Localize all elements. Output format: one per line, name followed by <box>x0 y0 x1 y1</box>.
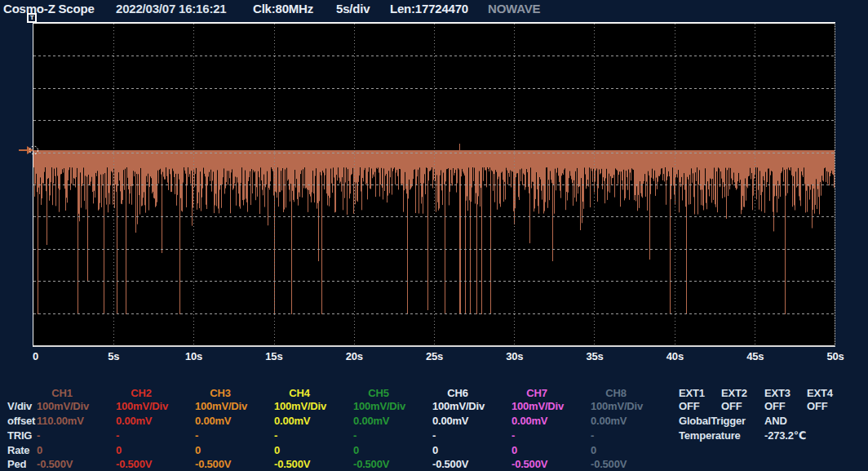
ch6-header[interactable]: CH6 <box>432 387 483 399</box>
ch6-ped-value: -0.500V <box>432 458 468 470</box>
waveform-plot <box>33 22 835 347</box>
ch6-trig-value[interactable]: - <box>432 429 436 442</box>
ch1-header[interactable]: CH1 <box>37 387 87 399</box>
ch8-vdiv-value[interactable]: 100mV/Div <box>591 400 643 412</box>
row-label-trig: TRIG <box>7 429 32 442</box>
ch1-vdiv-value[interactable]: 100mV/Div <box>37 400 89 412</box>
ch3-offset-value[interactable]: 0.00mV <box>195 415 231 427</box>
record-length-label: Len:17724470 <box>390 2 468 16</box>
ch4-vdiv-value[interactable]: 100mV/Div <box>274 400 326 412</box>
ch3-header[interactable]: CH3 <box>195 387 246 399</box>
ch5-ped-value: -0.500V <box>353 458 389 470</box>
x-tick-0: 0 <box>33 350 38 362</box>
ch6-rate-value: 0 <box>432 444 438 456</box>
waveform-canvas[interactable] <box>33 24 835 345</box>
row-label-offset: offset <box>7 415 35 427</box>
ch8-trig-value[interactable]: - <box>591 429 594 442</box>
ext1-state[interactable]: OFF <box>679 400 699 412</box>
ch4-ped-value: -0.500V <box>274 458 310 470</box>
row-label-v-div: V/div <box>7 400 32 412</box>
ch7-ped-value: -0.500V <box>512 458 547 470</box>
ch2-vdiv-value[interactable]: 100mV/Div <box>116 400 168 412</box>
ext1-label: EXT1 <box>679 387 705 399</box>
x-tick-35s: 35s <box>587 350 604 362</box>
ch1-rate-value: 0 <box>37 444 42 456</box>
ch4-header[interactable]: CH4 <box>274 387 325 399</box>
arrow-head-icon <box>27 146 33 154</box>
x-tick-5s: 5s <box>108 350 119 362</box>
ch5-offset-value[interactable]: 0.00mV <box>353 415 389 427</box>
temperature-value: -273.2℃ <box>764 429 806 442</box>
ch6-offset-value[interactable]: 0.00mV <box>432 415 468 427</box>
ch3-trig-value[interactable]: - <box>195 429 198 442</box>
ch7-trig-value[interactable]: - <box>512 429 515 442</box>
ext4-label: EXT4 <box>807 387 833 399</box>
x-tick-30s: 30s <box>506 350 523 362</box>
x-tick-15s: 15s <box>265 350 282 362</box>
ch4-offset-value[interactable]: 0.00mV <box>274 415 310 427</box>
ch6-vdiv-value[interactable]: 100mV/Div <box>432 400 485 412</box>
ch7-header[interactable]: CH7 <box>512 387 562 399</box>
ch4-rate-value: 0 <box>274 444 280 456</box>
ext4-state[interactable]: OFF <box>807 400 827 412</box>
ch3-vdiv-value[interactable]: 100mV/Div <box>195 400 247 412</box>
ch7-offset-value[interactable]: 0.00mV <box>512 415 547 427</box>
x-tick-40s: 40s <box>666 350 684 362</box>
trigger-level-arrow[interactable] <box>18 144 41 157</box>
timebase-label: 5s/div <box>336 2 370 16</box>
x-tick-45s: 45s <box>746 350 764 362</box>
ext2-label: EXT2 <box>721 387 747 399</box>
ext3-state[interactable]: OFF <box>764 400 785 412</box>
ch7-vdiv-value[interactable]: 100mV/Div <box>512 400 564 412</box>
channel-panel: V/divoffsetTRIGRatePedCH1100mV/Div110.00… <box>0 375 868 471</box>
ch5-header[interactable]: CH5 <box>353 387 404 399</box>
ch3-ped-value: -0.500V <box>195 458 231 470</box>
ch8-ped-value: -0.500V <box>591 458 627 470</box>
ch1-ped-value: -0.500V <box>37 458 73 470</box>
cosmoz-scope-app: { "titlebar": { "app": "Cosmo-Z Scope", … <box>0 0 868 471</box>
ch8-offset-value[interactable]: 0.00mV <box>591 415 627 427</box>
datetime-label: 2022/03/07 16:16:21 <box>116 2 227 16</box>
row-label-rate: Rate <box>7 444 29 456</box>
x-tick-20s: 20s <box>346 350 363 362</box>
row-label-ped: Ped <box>7 458 26 470</box>
ch7-rate-value: 0 <box>512 444 517 456</box>
ch8-rate-value: 0 <box>591 444 596 456</box>
ext3-label: EXT3 <box>764 387 790 399</box>
x-tick-25s: 25s <box>426 350 443 362</box>
x-tick-50s: 50s <box>826 350 844 362</box>
ch2-trig-value[interactable]: - <box>116 429 119 442</box>
temperature-label: Temperature <box>679 429 741 442</box>
global-trigger-value[interactable]: AND <box>764 415 787 427</box>
x-tick-10s: 10s <box>185 350 202 362</box>
ch5-vdiv-value[interactable]: 100mV/Div <box>353 400 405 412</box>
x-axis: 05s10s15s20s25s30s35s40s45s50s <box>0 350 868 365</box>
ext2-state[interactable]: OFF <box>721 400 742 412</box>
ch2-rate-value: 0 <box>116 444 122 456</box>
ch2-header[interactable]: CH2 <box>116 387 166 399</box>
app-title: Cosmo-Z Scope <box>3 2 95 16</box>
ch2-offset-value[interactable]: 0.00mV <box>116 415 152 427</box>
ch5-rate-value: 0 <box>353 444 359 456</box>
ch1-offset-value[interactable]: 110.00mV <box>37 415 84 427</box>
clock-frequency-label: Clk:80MHz <box>253 2 313 16</box>
ch2-ped-value: -0.500V <box>116 458 152 470</box>
ch3-rate-value: 0 <box>195 444 201 456</box>
ch5-trig-value[interactable]: - <box>353 429 356 442</box>
ch1-trig-value[interactable]: - <box>37 429 40 442</box>
global-trigger-label: GlobalTrigger <box>679 415 746 427</box>
ch4-trig-value[interactable]: - <box>274 429 277 442</box>
ch8-header[interactable]: CH8 <box>591 387 641 399</box>
trigger-position-marker[interactable]: T <box>27 13 37 23</box>
status-badge: NOWAVE <box>488 2 540 16</box>
